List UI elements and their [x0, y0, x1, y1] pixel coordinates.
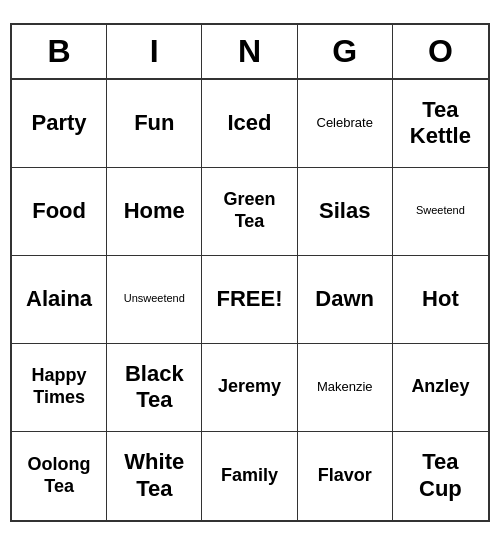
bingo-cell[interactable]: Alaina — [12, 256, 107, 344]
bingo-cell[interactable]: HappyTimes — [12, 344, 107, 432]
bingo-cell[interactable]: GreenTea — [202, 168, 297, 256]
cell-text: Celebrate — [317, 115, 373, 131]
cell-text: GreenTea — [223, 189, 275, 232]
cell-text: Flavor — [318, 465, 372, 487]
cell-text: Jeremy — [218, 376, 281, 398]
cell-text: OolongTea — [28, 454, 91, 497]
bingo-cell[interactable]: TeaCup — [393, 432, 488, 520]
bingo-cell[interactable]: Dawn — [298, 256, 393, 344]
cell-text: BlackTea — [125, 361, 184, 414]
header-letter: I — [107, 25, 202, 78]
cell-text: Makenzie — [317, 379, 373, 395]
cell-text: TeaCup — [419, 449, 462, 502]
bingo-cell[interactable]: Unsweetend — [107, 256, 202, 344]
header-letter: B — [12, 25, 107, 78]
bingo-cell[interactable]: Makenzie — [298, 344, 393, 432]
cell-text: Alaina — [26, 286, 92, 312]
bingo-cell[interactable]: Home — [107, 168, 202, 256]
cell-text: WhiteTea — [124, 449, 184, 502]
cell-text: Unsweetend — [124, 292, 185, 305]
bingo-cell[interactable]: Celebrate — [298, 80, 393, 168]
cell-text: Silas — [319, 198, 370, 224]
bingo-cell[interactable]: Jeremy — [202, 344, 297, 432]
cell-text: Hot — [422, 286, 459, 312]
bingo-cell[interactable]: OolongTea — [12, 432, 107, 520]
bingo-card: BINGO PartyFunIcedCelebrateTeaKettleFood… — [10, 23, 490, 522]
bingo-cell[interactable]: Food — [12, 168, 107, 256]
bingo-cell[interactable]: Flavor — [298, 432, 393, 520]
cell-text: Food — [32, 198, 86, 224]
cell-text: Iced — [227, 110, 271, 136]
bingo-header: BINGO — [12, 25, 488, 80]
cell-text: FREE! — [216, 286, 282, 312]
cell-text: Family — [221, 465, 278, 487]
bingo-grid: PartyFunIcedCelebrateTeaKettleFoodHomeGr… — [12, 80, 488, 520]
bingo-cell[interactable]: Silas — [298, 168, 393, 256]
bingo-cell[interactable]: FREE! — [202, 256, 297, 344]
header-letter: G — [298, 25, 393, 78]
bingo-cell[interactable]: BlackTea — [107, 344, 202, 432]
cell-text: Dawn — [315, 286, 374, 312]
bingo-cell[interactable]: Anzley — [393, 344, 488, 432]
bingo-cell[interactable]: Party — [12, 80, 107, 168]
bingo-cell[interactable]: Hot — [393, 256, 488, 344]
bingo-cell[interactable]: Fun — [107, 80, 202, 168]
bingo-cell[interactable]: Sweetend — [393, 168, 488, 256]
bingo-cell[interactable]: WhiteTea — [107, 432, 202, 520]
bingo-cell[interactable]: TeaKettle — [393, 80, 488, 168]
cell-text: Anzley — [411, 376, 469, 398]
cell-text: HappyTimes — [32, 365, 87, 408]
header-letter: O — [393, 25, 488, 78]
cell-text: Fun — [134, 110, 174, 136]
header-letter: N — [202, 25, 297, 78]
bingo-cell[interactable]: Family — [202, 432, 297, 520]
cell-text: Home — [124, 198, 185, 224]
cell-text: TeaKettle — [410, 97, 471, 150]
cell-text: Sweetend — [416, 204, 465, 217]
bingo-cell[interactable]: Iced — [202, 80, 297, 168]
cell-text: Party — [32, 110, 87, 136]
